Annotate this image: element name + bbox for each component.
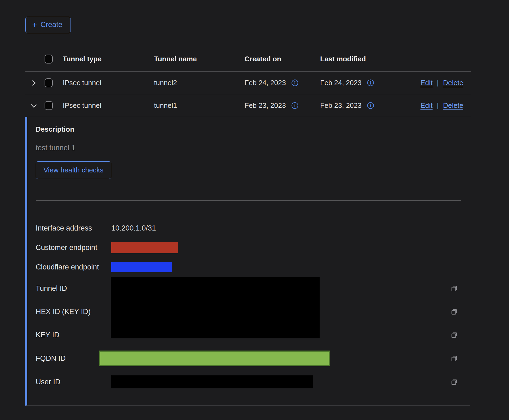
copy-icon[interactable]	[451, 355, 458, 362]
description-value: test tunnel 1	[36, 144, 470, 152]
edit-link[interactable]: Edit	[420, 79, 433, 87]
info-icon[interactable]	[367, 79, 374, 86]
detail-label: User ID	[36, 378, 111, 386]
tunnel-name-cell: tunnel1	[154, 101, 245, 110]
description-label: Description	[36, 125, 470, 134]
copy-icon[interactable]	[451, 331, 458, 339]
tunnel-type-cell: IPsec tunnel	[63, 79, 154, 87]
last-modified-cell: Feb 23, 2023	[320, 101, 361, 110]
copy-icon[interactable]	[451, 378, 458, 386]
tunnel-name-cell: tunnel2	[154, 79, 245, 87]
view-health-checks-button[interactable]: View health checks	[36, 161, 111, 179]
tunnel-details-list: Interface address 10.200.1.0/31 Customer…	[36, 218, 470, 394]
header-tunnel-type: Tunnel type	[63, 55, 154, 63]
tunnels-page: + Create Tunnel type Tunnel name Created…	[0, 0, 509, 406]
header-created-on: Created on	[245, 55, 320, 63]
action-separator: |	[437, 101, 439, 110]
interface-address-value: 10.200.1.0/31	[111, 224, 156, 232]
user-id-redaction	[111, 375, 313, 388]
chevron-right-icon[interactable]	[30, 79, 38, 87]
edit-link[interactable]: Edit	[420, 101, 433, 110]
table-header-row: Tunnel type Tunnel name Created on Last …	[25, 47, 471, 72]
copy-icon[interactable]	[451, 308, 458, 315]
detail-row-interface-address: Interface address 10.200.1.0/31	[36, 218, 470, 238]
delete-link[interactable]: Delete	[443, 79, 463, 87]
created-on-cell: Feb 23, 2023	[245, 101, 286, 110]
create-button[interactable]: + Create	[25, 17, 71, 33]
table-row: IPsec tunnel tunnel1 Feb 23, 2023 Feb 23…	[25, 94, 471, 117]
delete-link[interactable]: Delete	[443, 101, 463, 110]
tunnel-detail-panel: Description test tunnel 1 View health ch…	[25, 117, 470, 406]
action-separator: |	[437, 79, 439, 87]
customer-endpoint-redaction	[111, 242, 178, 253]
copy-icon[interactable]	[451, 285, 458, 292]
detail-row-user-id: User ID	[36, 370, 470, 394]
id-group: Tunnel ID HEX ID (KEY ID) KEY ID	[36, 277, 470, 346]
detail-row-customer-endpoint: Customer endpoint	[36, 238, 470, 257]
select-all-checkbox[interactable]	[45, 55, 53, 64]
last-modified-cell: Feb 24, 2023	[320, 79, 361, 87]
detail-row-fqdn-id: FQDN ID	[36, 346, 470, 370]
header-last-modified: Last modified	[320, 55, 396, 63]
detail-label: KEY ID	[36, 331, 111, 339]
detail-label: Interface address	[36, 224, 111, 232]
plus-icon: +	[32, 21, 37, 28]
info-icon[interactable]	[291, 102, 299, 109]
detail-row-cloudflare-endpoint: Cloudflare endpoint	[36, 257, 470, 277]
row-checkbox[interactable]	[45, 78, 53, 87]
create-button-label: Create	[41, 21, 62, 29]
table-row: IPsec tunnel tunnel2 Feb 24, 2023 Feb 24…	[25, 72, 471, 94]
ids-redaction	[111, 277, 320, 338]
header-tunnel-name: Tunnel name	[154, 55, 245, 63]
detail-label: Customer endpoint	[36, 244, 111, 252]
tunnel-type-cell: IPsec tunnel	[63, 101, 154, 110]
cloudflare-endpoint-redaction	[111, 262, 172, 272]
created-on-cell: Feb 24, 2023	[245, 79, 286, 87]
tunnels-table: Tunnel type Tunnel name Created on Last …	[25, 47, 471, 406]
detail-label: HEX ID (KEY ID)	[36, 308, 111, 316]
fqdn-id-redaction	[99, 351, 330, 366]
detail-label: Tunnel ID	[36, 284, 111, 293]
info-icon[interactable]	[291, 79, 299, 86]
detail-label: Cloudflare endpoint	[36, 263, 111, 271]
row-checkbox[interactable]	[45, 101, 53, 110]
info-icon[interactable]	[367, 102, 374, 109]
chevron-down-icon[interactable]	[30, 102, 38, 110]
panel-divider	[36, 201, 461, 201]
